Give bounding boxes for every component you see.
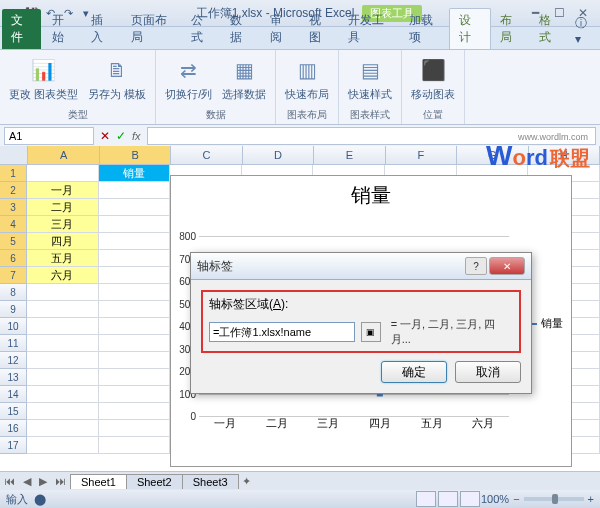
sheet-tab[interactable]: Sheet1 bbox=[70, 474, 127, 489]
cell[interactable]: 六月 bbox=[27, 267, 99, 284]
zoom-control[interactable]: 100% − + bbox=[481, 493, 594, 505]
cell[interactable] bbox=[27, 335, 99, 352]
view-page-break-icon[interactable] bbox=[460, 491, 480, 507]
dialog-help-icon[interactable]: ? bbox=[465, 257, 487, 275]
cell[interactable] bbox=[99, 250, 171, 267]
sheet-nav-last-icon[interactable]: ⏭ bbox=[51, 475, 70, 487]
view-page-layout-icon[interactable] bbox=[438, 491, 458, 507]
row-header[interactable]: 10 bbox=[0, 318, 27, 335]
cell[interactable] bbox=[99, 301, 171, 318]
col-header[interactable]: F bbox=[386, 146, 457, 164]
sheet-nav-next-icon[interactable]: ▶ bbox=[35, 475, 51, 488]
tab-home[interactable]: 开始 bbox=[43, 9, 82, 49]
row-header[interactable]: 15 bbox=[0, 403, 27, 420]
ok-button[interactable]: 确定 bbox=[381, 361, 447, 383]
sheet-nav-first-icon[interactable]: ⏮ bbox=[0, 475, 19, 487]
cancel-icon[interactable]: ✕ bbox=[100, 129, 110, 143]
cell[interactable] bbox=[99, 233, 171, 250]
cell[interactable] bbox=[99, 216, 171, 233]
fx-icon[interactable]: fx bbox=[132, 130, 141, 142]
cell[interactable] bbox=[27, 165, 99, 182]
axis-range-input[interactable] bbox=[209, 322, 355, 342]
cell[interactable] bbox=[27, 352, 99, 369]
change-chart-type-button[interactable]: 📊更改 图表类型 bbox=[6, 52, 81, 103]
cell[interactable] bbox=[99, 403, 171, 420]
cell[interactable] bbox=[27, 437, 99, 454]
row-header[interactable]: 8 bbox=[0, 284, 27, 301]
quick-styles-button[interactable]: ▤快速样式 bbox=[345, 52, 395, 103]
zoom-slider[interactable] bbox=[524, 497, 584, 501]
view-normal-icon[interactable] bbox=[416, 491, 436, 507]
cell[interactable] bbox=[99, 420, 171, 437]
cell[interactable] bbox=[27, 301, 99, 318]
cell[interactable] bbox=[99, 335, 171, 352]
cell[interactable] bbox=[99, 369, 171, 386]
help-icon[interactable]: ⓘ ▾ bbox=[569, 12, 600, 49]
tab-data[interactable]: 数据 bbox=[221, 9, 260, 49]
cell[interactable] bbox=[27, 403, 99, 420]
select-data-button[interactable]: ▦选择数据 bbox=[219, 52, 269, 103]
chart-title[interactable]: 销量 bbox=[171, 176, 571, 215]
col-header[interactable]: A bbox=[28, 146, 99, 164]
tab-page-layout[interactable]: 页面布局 bbox=[122, 9, 182, 49]
cell[interactable] bbox=[99, 352, 171, 369]
row-header[interactable]: 14 bbox=[0, 386, 27, 403]
name-box[interactable]: A1 bbox=[4, 127, 94, 145]
cell[interactable]: 五月 bbox=[27, 250, 99, 267]
cell[interactable] bbox=[27, 318, 99, 335]
sheet-tab[interactable]: Sheet3 bbox=[182, 474, 239, 489]
row-header[interactable]: 3 bbox=[0, 199, 27, 216]
row-header[interactable]: 6 bbox=[0, 250, 27, 267]
col-header[interactable]: E bbox=[314, 146, 385, 164]
row-header[interactable]: 9 bbox=[0, 301, 27, 318]
zoom-out-icon[interactable]: − bbox=[513, 493, 519, 505]
cell[interactable] bbox=[99, 284, 171, 301]
col-header[interactable]: D bbox=[243, 146, 314, 164]
switch-row-col-button[interactable]: ⇄切换行/列 bbox=[162, 52, 215, 103]
cell[interactable] bbox=[27, 420, 99, 437]
cancel-button[interactable]: 取消 bbox=[455, 361, 521, 383]
tab-insert[interactable]: 插入 bbox=[82, 9, 121, 49]
row-header[interactable]: 12 bbox=[0, 352, 27, 369]
row-header[interactable]: 7 bbox=[0, 267, 27, 284]
cell[interactable]: 三月 bbox=[27, 216, 99, 233]
zoom-in-icon[interactable]: + bbox=[588, 493, 594, 505]
row-header[interactable]: 13 bbox=[0, 369, 27, 386]
cell[interactable] bbox=[99, 182, 171, 199]
cell[interactable] bbox=[27, 386, 99, 403]
cell[interactable] bbox=[27, 369, 99, 386]
quick-layout-button[interactable]: ▥快速布局 bbox=[282, 52, 332, 103]
tab-developer[interactable]: 开发工具 bbox=[339, 9, 399, 49]
row-header[interactable]: 16 bbox=[0, 420, 27, 437]
tab-view[interactable]: 视图 bbox=[300, 9, 339, 49]
tab-format[interactable]: 格式 bbox=[530, 9, 569, 49]
row-header[interactable]: 5 bbox=[0, 233, 27, 250]
new-sheet-icon[interactable]: ✦ bbox=[238, 475, 255, 488]
cell[interactable] bbox=[27, 284, 99, 301]
row-header[interactable]: 11 bbox=[0, 335, 27, 352]
cell[interactable] bbox=[99, 199, 171, 216]
cell[interactable]: 销量 bbox=[99, 165, 171, 182]
col-header[interactable]: C bbox=[171, 146, 242, 164]
cell[interactable] bbox=[99, 318, 171, 335]
tab-formulas[interactable]: 公式 bbox=[182, 9, 221, 49]
sheet-tab[interactable]: Sheet2 bbox=[126, 474, 183, 489]
range-picker-icon[interactable]: ▣ bbox=[361, 322, 381, 342]
cell[interactable]: 二月 bbox=[27, 199, 99, 216]
select-all-corner[interactable] bbox=[0, 146, 28, 164]
row-header[interactable]: 1 bbox=[0, 165, 27, 182]
tab-addins[interactable]: 加载项 bbox=[400, 9, 450, 49]
dialog-titlebar[interactable]: 轴标签 ? ✕ bbox=[191, 253, 531, 280]
row-header[interactable]: 17 bbox=[0, 437, 27, 454]
tab-design[interactable]: 设计 bbox=[449, 8, 490, 49]
dialog-close-icon[interactable]: ✕ bbox=[489, 257, 525, 275]
cell[interactable]: 四月 bbox=[27, 233, 99, 250]
row-header[interactable]: 2 bbox=[0, 182, 27, 199]
col-header[interactable]: B bbox=[100, 146, 171, 164]
cell[interactable] bbox=[99, 386, 171, 403]
sheet-nav-prev-icon[interactable]: ◀ bbox=[19, 475, 35, 488]
cell[interactable] bbox=[99, 437, 171, 454]
save-template-button[interactable]: 🗎另存为 模板 bbox=[85, 52, 149, 103]
cell[interactable] bbox=[99, 267, 171, 284]
enter-icon[interactable]: ✓ bbox=[116, 129, 126, 143]
